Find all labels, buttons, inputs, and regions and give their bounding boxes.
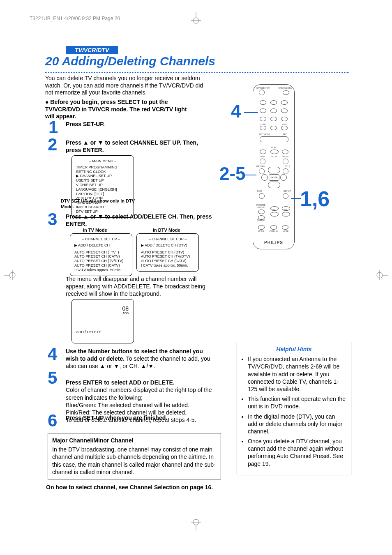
channel-number: 08 (122, 305, 129, 312)
callout-25-line (244, 175, 256, 175)
step-2-number: 2 (48, 135, 57, 154)
title-button (283, 168, 288, 174)
menu-item: AUTO PRESET CH (CATV) (74, 263, 128, 268)
mute-button (282, 225, 288, 230)
display-button (270, 225, 277, 230)
disc-button (259, 193, 265, 199)
recmode-label: REC MODE (259, 133, 270, 136)
title-text: Adding/Deleting Channels (62, 54, 215, 68)
vol-up-button (282, 206, 290, 211)
menu-item: SETTING CLOCK (76, 170, 129, 174)
menu-item: AUTO PRESET CH ( TV ) (74, 250, 128, 255)
step-5-number: 5 (48, 368, 57, 388)
step-6-number: 6 (48, 411, 57, 431)
up-button (268, 167, 280, 173)
rew-button (260, 150, 266, 154)
pause-label: PAUSE (282, 155, 289, 158)
play-label: PLAY (271, 146, 276, 149)
ff-button (282, 150, 288, 154)
open-close-button (283, 90, 289, 95)
crop-mark-top (190, 12, 202, 25)
stop-label: STOP (260, 155, 265, 158)
callout-4: 4 (231, 101, 241, 122)
slow-label: SLOW (271, 155, 277, 158)
hints-title: Helpful Hints (242, 345, 346, 353)
menu-item: AUTO PRESET CH (DTV) (141, 250, 194, 255)
rec-label: REC (283, 133, 287, 136)
tv-mode-caption: In TV Mode (83, 228, 107, 233)
left-button (261, 174, 268, 181)
plus10-button (281, 126, 288, 130)
num-5-button (270, 108, 277, 113)
major-minor-box: Major Channel/Minor Channel In the DTV b… (48, 433, 221, 479)
callout-2-5: 2-5 (219, 164, 246, 184)
dtv-mode-caption: In DTV Mode (153, 228, 180, 233)
menu-item: ! CATV takes approx. 50min. (141, 263, 194, 268)
num-6-button (281, 108, 288, 113)
print-header: T3221UB_EN1 4/20/06 9:32 PM Page 20 (30, 16, 120, 21)
menu-item: AUTO PRESET CH (TV/DTV) (74, 259, 128, 263)
clear-button (260, 126, 266, 130)
cross-reference: On how to select channel, see Channel Se… (46, 484, 213, 491)
num-9-button (281, 117, 288, 121)
major-title: Major Channel/Minor Channel (52, 437, 217, 444)
before-begin-note: ● Before you begin, press SELECT to put … (45, 99, 197, 120)
menu-item-selected: ADD / DELETE CH (DTV) (141, 243, 194, 248)
return-button (259, 168, 265, 174)
ch-up-button (270, 206, 279, 211)
channel-display-screen: 08 ADD ADD / DELETE (71, 299, 134, 343)
remote-diagram: STANDBY-ON OPEN/CLOSE CLEAR +100 REC MOD… (253, 84, 302, 265)
step-1-number: 1 (48, 117, 58, 137)
menu-title: – CHANNEL SET UP – (141, 237, 194, 242)
standby-button (259, 90, 265, 95)
num-3-button (281, 100, 288, 105)
setup-label: SET-UP (284, 190, 291, 192)
step-2-text: Press ▲ or ▼ to select CHANNEL SET UP. T… (66, 139, 214, 154)
step-4-text: Use the Number buttons to select the cha… (66, 348, 214, 370)
crop-mark-bottom (190, 518, 202, 530)
setup-button (283, 193, 288, 199)
step-3-number: 3 (48, 210, 57, 229)
menu-item: AUTO PRESET CH (CATV) (141, 259, 194, 263)
remote-outline: STANDBY-ON OPEN/CLOSE CLEAR +100 REC MOD… (253, 84, 295, 249)
step-3-text: Press ▲ or ▼ to select ADD/DELETE CH. Th… (66, 213, 214, 228)
page-number: 20 (45, 54, 59, 68)
rec-bar (260, 136, 288, 142)
menu-item: ! CATV takes approx. 50min. (74, 268, 128, 272)
step-4-number: 4 (48, 344, 57, 364)
crop-mark-right (376, 269, 388, 281)
callout-1-6: 1,6 (300, 187, 330, 211)
menu-item-selected: CHANNEL SET UP (76, 174, 129, 178)
open-close-label: OPEN/CLOSE (278, 87, 292, 89)
enter-button: ENTER (269, 174, 279, 181)
page-title: 20 Adding/Deleting Channels (45, 54, 215, 68)
right-button (280, 174, 287, 181)
disc-label: DISC (257, 190, 262, 192)
step-5-bold: Press ENTER to select ADD or DELETE. (66, 379, 175, 386)
title-divider (45, 72, 349, 73)
section-tag: TV/VCR/DTV (66, 46, 118, 54)
step-3-after: The menu will disappear and a channel nu… (66, 275, 214, 298)
hint-item: Once you delete a DTV channel, you canno… (248, 438, 346, 467)
hint-item: This function will not operate when the … (248, 395, 346, 410)
menu-title: – CHANNEL SET UP – (74, 237, 128, 242)
num-2-button (270, 100, 277, 105)
menu-item: AUTO PRESET CH (TV/DTV) (141, 254, 194, 259)
vol-down-button (282, 212, 290, 216)
step-1-text: Press SET-UP. (66, 120, 214, 128)
num-4-button (260, 108, 266, 113)
menu-item-selected: ADD / DELETE CH (74, 243, 128, 248)
channel-menu-tv: – CHANNEL SET UP – ADD / DELETE CH AUTO … (70, 233, 132, 276)
menu-title: – MAIN MENU – (76, 159, 129, 164)
pause-button (283, 159, 288, 164)
manual-page: T3221UB_EN1 4/20/06 9:32 PM Page 20 TV/V… (0, 0, 392, 555)
menu-item: V-CHIP SET UP (76, 183, 129, 187)
channel-label: ADD / DELETE (76, 330, 101, 334)
stop-button (260, 159, 265, 164)
num-8-button (270, 117, 277, 121)
num-7-button (260, 117, 266, 121)
display-label: DISPLAY (270, 230, 278, 233)
step-2-note: DTV SET UP will show only in DTV Mode. (61, 198, 143, 210)
crop-mark-left (4, 269, 16, 281)
channel-mode: ADD (122, 312, 129, 315)
